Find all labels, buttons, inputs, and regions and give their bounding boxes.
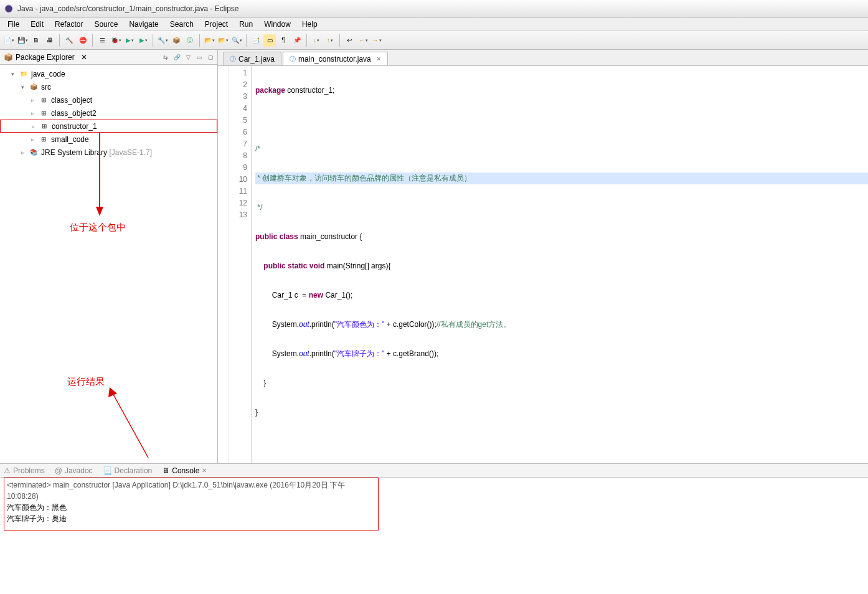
- tb-skip-bp[interactable]: ⛔: [77, 34, 89, 47]
- menu-edit[interactable]: Edit: [26, 19, 49, 30]
- console-body: <terminated> main_constructor [Java Appl…: [0, 478, 868, 594]
- package-icon: ⊞: [39, 95, 49, 105]
- src-label: src: [41, 83, 51, 92]
- twisty-icon[interactable]: ▾: [9, 71, 16, 77]
- package-icon: ⊞: [39, 108, 49, 118]
- twisty-icon[interactable]: ▹: [29, 97, 36, 103]
- tb-sep: [246, 34, 247, 47]
- menu-refactor[interactable]: Refactor: [50, 19, 88, 30]
- close-tab-icon[interactable]: ✕: [376, 55, 381, 62]
- package-node-selected[interactable]: ▹ ⊞ constructor_1: [0, 120, 217, 133]
- declaration-tab[interactable]: 📃Declaration: [103, 466, 153, 475]
- package-node[interactable]: ▹ ⊞ class_object2: [0, 106, 217, 120]
- src-folder-icon: 📦: [29, 82, 39, 92]
- javadoc-tab[interactable]: @Javadoc: [55, 466, 93, 475]
- svg-marker-2: [96, 207, 103, 216]
- tb-print[interactable]: 🖶: [44, 34, 56, 47]
- menu-source[interactable]: Source: [89, 19, 123, 30]
- editor-tab-active[interactable]: Ⓙ main_constructor.java ✕: [283, 52, 388, 65]
- eclipse-icon: [4, 4, 14, 14]
- annotation-arrow: [105, 386, 154, 461]
- twisty-icon[interactable]: ▹: [29, 110, 36, 116]
- menu-project[interactable]: Project: [200, 19, 233, 30]
- project-icon: 📁: [19, 69, 29, 79]
- tb-save[interactable]: 💾: [16, 34, 29, 47]
- tb-pin[interactable]: 📌: [291, 34, 303, 47]
- close-view-icon[interactable]: ✕: [81, 53, 87, 62]
- console-output-line: 汽车颜色为：黑色: [7, 502, 375, 513]
- menu-window[interactable]: Window: [259, 19, 296, 30]
- package-explorer-icon: 📦: [4, 53, 13, 62]
- java-file-icon: Ⓙ: [290, 55, 296, 64]
- tb-run-last[interactable]: ▶: [137, 34, 149, 47]
- menu-search[interactable]: Search: [165, 19, 199, 30]
- declaration-icon: 📃: [103, 466, 112, 475]
- package-explorer-tab: 📦 Package Explorer ✕ ⇆ 🔗 ▽ ▭ ▢: [0, 50, 217, 65]
- project-label: java_code: [31, 70, 65, 78]
- tb-search[interactable]: 🔍: [230, 34, 243, 47]
- menu-file[interactable]: File: [2, 19, 24, 30]
- tb-open-res2[interactable]: 📂: [217, 34, 229, 47]
- menubar: File Edit Refactor Source Navigate Searc…: [0, 17, 868, 31]
- menu-run[interactable]: Run: [234, 19, 258, 30]
- twisty-icon[interactable]: ▹: [29, 136, 36, 143]
- tb-back[interactable]: ←: [357, 34, 369, 47]
- annotation-text: 运行结果: [67, 376, 105, 388]
- tb-toggle-block[interactable]: ▭: [263, 34, 276, 47]
- project-node[interactable]: ▾ 📁 java_code: [0, 67, 217, 80]
- menu-navigate[interactable]: Navigate: [124, 19, 163, 30]
- link-editor-icon[interactable]: 🔗: [172, 53, 181, 62]
- svg-line-3: [112, 392, 148, 458]
- menu-help[interactable]: Help: [297, 19, 323, 30]
- tb-new-pkg[interactable]: 📦: [170, 34, 182, 47]
- tb-sep: [153, 34, 153, 47]
- package-explorer-title: Package Explorer: [16, 53, 75, 62]
- view-menu-icon[interactable]: ▽: [184, 53, 192, 62]
- collapse-all-icon[interactable]: ⇆: [161, 53, 170, 62]
- tb-open-type[interactable]: ☰: [96, 34, 108, 47]
- tb-toggle-mark[interactable]: 📑: [250, 34, 262, 47]
- package-node[interactable]: ▹ ⊞ small_code: [0, 133, 217, 146]
- package-label: small_code: [51, 135, 89, 144]
- svg-marker-4: [108, 387, 117, 397]
- console-icon: 🖥: [162, 466, 169, 475]
- tb-run[interactable]: ▶: [123, 34, 136, 47]
- tb-sep: [339, 34, 340, 47]
- workbench: 📦 Package Explorer ✕ ⇆ 🔗 ▽ ▭ ▢ ▾ 📁 java_…: [0, 50, 868, 594]
- tb-sep: [92, 34, 93, 47]
- package-node[interactable]: ▹ ⊞ class_object: [0, 93, 217, 106]
- tb-prev-annot[interactable]: ↑: [324, 34, 336, 47]
- twisty-icon[interactable]: ▹: [29, 123, 37, 130]
- package-label: class_object: [51, 96, 92, 105]
- src-folder-node[interactable]: ▾ 📦 src: [0, 80, 217, 93]
- tb-new[interactable]: 📄: [2, 34, 15, 47]
- maximize-view-icon[interactable]: ▢: [206, 53, 215, 62]
- package-label: constructor_1: [52, 122, 97, 131]
- tb-build[interactable]: 🔨: [63, 34, 75, 47]
- tb-debug[interactable]: 🐞: [110, 34, 122, 47]
- package-icon: ⊞: [39, 134, 49, 144]
- minimize-view-icon[interactable]: ▭: [195, 53, 204, 62]
- tb-open-res[interactable]: 📂: [203, 34, 215, 47]
- tb-next-annot[interactable]: ↓: [310, 34, 323, 47]
- jre-library-node[interactable]: ▹ 📚 JRE System Library [JavaSE-1.7]: [0, 146, 217, 159]
- svg-point-0: [5, 5, 12, 12]
- tb-saveall[interactable]: 🗎: [30, 34, 42, 47]
- javadoc-icon: @: [55, 466, 62, 475]
- tb-fwd[interactable]: →: [370, 34, 383, 47]
- editor-tabs: Ⓙ Car_1.java Ⓙ main_constructor.java ✕: [218, 50, 868, 66]
- tb-last-edit[interactable]: ↩: [343, 34, 356, 47]
- close-console-icon[interactable]: ✕: [202, 467, 207, 474]
- console-highlight-box: <terminated> main_constructor [Java Appl…: [4, 478, 379, 530]
- tb-new-class[interactable]: Ⓒ: [184, 34, 196, 47]
- tb-show-ws[interactable]: ¶: [277, 34, 290, 47]
- twisty-icon[interactable]: ▹: [19, 149, 26, 156]
- problems-tab[interactable]: ⚠Problems: [4, 466, 45, 475]
- tb-ext-tools[interactable]: 🔧: [156, 34, 169, 47]
- console-tab[interactable]: 🖥Console ✕: [162, 466, 207, 475]
- editor-tab[interactable]: Ⓙ Car_1.java: [223, 52, 281, 65]
- twisty-icon[interactable]: ▾: [19, 84, 26, 90]
- console-status: <terminated> main_constructor [Java Appl…: [7, 479, 375, 502]
- package-label: class_object2: [51, 109, 97, 118]
- window-titlebar: Java - java_code/src/constructor_1/main_…: [0, 0, 868, 17]
